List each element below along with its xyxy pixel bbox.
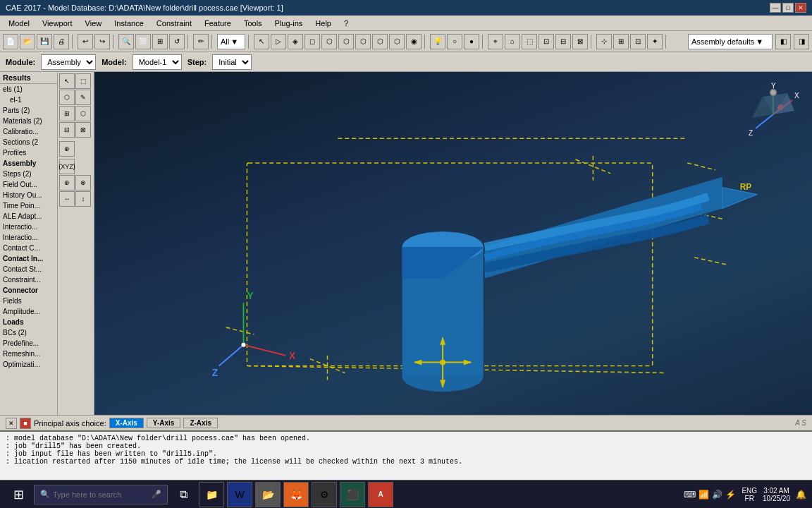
v6-btn[interactable]: ⬡ — [355, 34, 371, 49]
t9-btn[interactable]: ⊡ — [630, 34, 646, 49]
taskbar-app-word[interactable]: W — [227, 482, 252, 507]
tree-item[interactable]: els (1) — [0, 84, 57, 95]
save-btn[interactable]: 💾 — [37, 34, 52, 49]
viewport[interactable]: RP Z X Y — [94, 72, 812, 415]
taskbar-app-settings[interactable]: ⚙ — [312, 482, 337, 507]
start-button[interactable]: ⊞ — [6, 482, 31, 507]
new-btn[interactable]: 📄 — [3, 34, 18, 49]
menu-question[interactable]: ? — [338, 18, 354, 29]
taskbar-app-terminal[interactable]: ⬛ — [340, 482, 365, 507]
menu-view[interactable]: View — [80, 18, 108, 29]
t6-btn[interactable]: ⊠ — [572, 34, 588, 49]
taskbar-app-explorer[interactable]: 📁 — [199, 482, 224, 507]
z-axis-btn[interactable]: Z-Axis — [183, 418, 218, 428]
axis-close-btn[interactable]: ✕ — [6, 418, 17, 429]
tree-item[interactable]: Constraint... — [0, 274, 57, 285]
notification-icon[interactable]: 🔔 — [796, 490, 806, 500]
icon-create-part[interactable]: ⬡ — [59, 90, 75, 105]
step-select[interactable]: Initial — [212, 54, 252, 70]
icon-box-sel[interactable]: ⬚ — [75, 73, 91, 89]
zoom-box-btn[interactable]: ⬜ — [135, 34, 151, 49]
tree-item[interactable]: Contact St... — [0, 264, 57, 274]
t2-btn[interactable]: ⌂ — [505, 34, 520, 49]
assembly-opt1[interactable]: ◧ — [775, 34, 791, 49]
open-btn[interactable]: 📂 — [20, 34, 35, 49]
tree-item[interactable]: Calibratio... — [0, 126, 57, 137]
icon-translate[interactable]: ⊕ — [59, 141, 75, 157]
rotate-btn[interactable]: ↺ — [169, 34, 185, 49]
menu-tools[interactable]: Tools — [238, 18, 268, 29]
v8-btn[interactable]: ⬡ — [389, 34, 405, 49]
menu-instance[interactable]: Instance — [109, 18, 149, 29]
icon-coord1[interactable]: ⊕ — [59, 175, 75, 190]
icon-coord2[interactable]: ⊗ — [75, 175, 91, 190]
tree-item[interactable]: Steps (2) — [0, 169, 57, 179]
t8-btn[interactable]: ⊞ — [613, 34, 629, 49]
tree-item[interactable]: Connector — [0, 285, 57, 296]
menu-plugins[interactable]: Plug-ins — [269, 18, 309, 29]
redo-btn[interactable]: ↪ — [94, 34, 110, 49]
icon-instance2[interactable]: ⬡ — [75, 106, 91, 121]
v1-btn[interactable]: ▷ — [271, 34, 286, 49]
results-tab[interactable]: Results — [0, 72, 57, 84]
tray-icon-1[interactable]: ⌨ — [684, 490, 696, 500]
tree-item[interactable]: Time Poin... — [0, 200, 57, 211]
tree-item[interactable]: Contact C... — [0, 243, 57, 253]
v2-btn[interactable]: ◈ — [288, 34, 303, 49]
model-select[interactable]: Model-1 — [133, 54, 182, 70]
icon-coords[interactable]: (XYZ) — [59, 159, 75, 174]
axis-stop-btn[interactable]: ■ — [20, 418, 31, 429]
titlebar-controls[interactable]: — □ ✕ — [770, 3, 806, 13]
zoom-btn[interactable]: 🔍 — [118, 34, 134, 49]
undo-btn[interactable]: ↩ — [78, 34, 93, 49]
v7-btn[interactable]: ⬡ — [372, 34, 388, 49]
tree-item[interactable]: Materials (2) — [0, 116, 57, 126]
tree-item[interactable]: Interactio... — [0, 222, 57, 232]
tree-item[interactable]: Optimizati... — [0, 359, 57, 370]
x-axis-btn[interactable]: X-Axis — [109, 418, 144, 428]
icon-mesh[interactable]: ⊟ — [59, 122, 75, 138]
icon-instance[interactable]: ⊞ — [59, 106, 75, 121]
tree-item[interactable]: Amplitude... — [0, 306, 57, 317]
tree-item[interactable]: Parts (2) — [0, 105, 57, 116]
icon-mesh2[interactable]: ⊠ — [75, 122, 91, 138]
taskbar-app-firefox[interactable]: 🦊 — [283, 482, 309, 507]
t7-btn[interactable]: ⊹ — [596, 34, 612, 49]
menu-model[interactable]: Model — [3, 18, 35, 29]
v3-btn[interactable]: ◻ — [304, 34, 320, 49]
light-btn[interactable]: 💡 — [430, 34, 445, 49]
filter-dropdown[interactable]: All ▼ — [217, 34, 245, 49]
menu-viewport[interactable]: Viewport — [37, 18, 78, 29]
print-btn[interactable]: 🖨 — [54, 34, 69, 49]
close-button[interactable]: ✕ — [795, 3, 806, 13]
icon-edit-part[interactable]: ✎ — [75, 90, 91, 105]
tree-item[interactable]: el-1 — [0, 95, 57, 105]
assembly-opt2[interactable]: ◨ — [794, 34, 809, 49]
menu-help[interactable]: Help — [309, 18, 337, 29]
tree-item[interactable]: Sections (2 — [0, 137, 57, 147]
menu-constraint[interactable]: Constraint — [151, 18, 197, 29]
t4-btn[interactable]: ⊡ — [539, 34, 554, 49]
tree-item[interactable]: ALE Adapt... — [0, 211, 57, 222]
tree-item[interactable]: Remeshin... — [0, 349, 57, 359]
tray-icon-2[interactable]: 📶 — [699, 490, 709, 500]
v4-btn[interactable]: ⬡ — [321, 34, 337, 49]
assembly-defaults-dropdown[interactable]: Assembly defaults ▼ — [688, 34, 773, 49]
sketch-btn[interactable]: ✏ — [193, 34, 209, 49]
t1-btn[interactable]: ⌖ — [488, 34, 503, 49]
taskbar-app-abaqus[interactable]: A — [368, 482, 393, 507]
tree-item[interactable]: Contact In... — [0, 253, 57, 264]
task-view-btn[interactable]: ⧉ — [171, 482, 196, 507]
search-bar[interactable]: 🔍 🎤 — [34, 485, 168, 504]
tree-item[interactable]: Fields — [0, 296, 57, 306]
icon-view2[interactable]: ↕ — [75, 191, 91, 207]
taskbar-app-files[interactable]: 📂 — [255, 482, 281, 507]
circle-btn[interactable]: ○ — [447, 34, 462, 49]
tree-item[interactable]: Interactio... — [0, 232, 57, 243]
tree-item[interactable]: BCs (2) — [0, 327, 57, 338]
icon-view1[interactable]: ↔ — [59, 191, 75, 207]
tree-item[interactable]: Profiles — [0, 147, 57, 158]
y-axis-btn[interactable]: Y-Axis — [147, 418, 181, 428]
search-input[interactable] — [53, 490, 152, 499]
tree-item[interactable]: Loads — [0, 317, 57, 327]
